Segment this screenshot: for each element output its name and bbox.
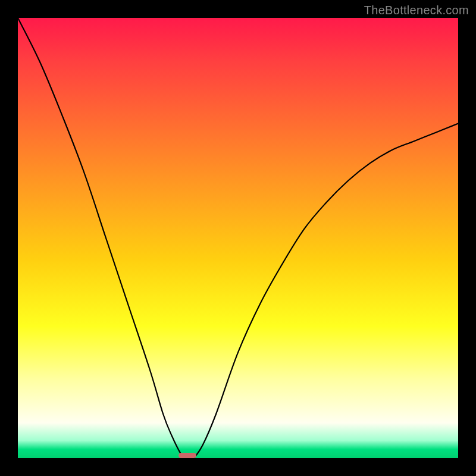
plot-area <box>18 18 458 458</box>
watermark-text: TheBottleneck.com <box>364 4 469 17</box>
optimal-marker <box>178 453 196 458</box>
